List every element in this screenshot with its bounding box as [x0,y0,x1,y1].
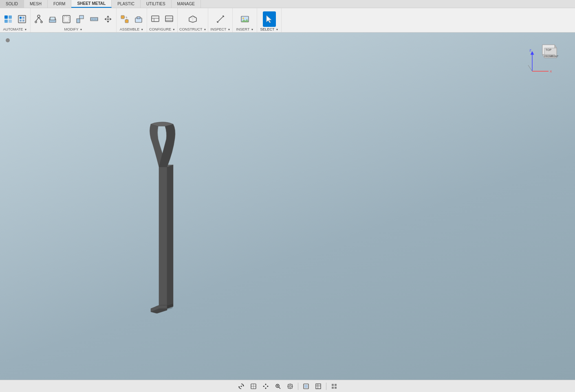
modify-label[interactable]: MODIFY ▼ [64,27,83,31]
section-automate: AUTOMATE ▼ [0,8,31,32]
toolbar: SOLID MESH FORM SHEET METAL PLASTIC UTIL… [0,0,575,33]
svg-point-10 [35,21,37,23]
assemble-btn1[interactable] [118,11,131,27]
assemble-dropdown-arrow: ▼ [141,28,143,31]
assemble-label[interactable]: ASSEMBLE ▼ [120,27,143,31]
tab-sheet-metal[interactable]: SHEET METAL [71,0,112,8]
bottom-toolbar [0,380,575,392]
inspect-btn1[interactable] [214,11,227,27]
svg-rect-2 [4,20,8,23]
modify-btn2[interactable] [46,11,59,27]
divider1 [298,383,298,390]
section-assemble: ASSEMBLE ▼ [117,8,147,32]
automate-btn1[interactable] [2,11,15,27]
viewport[interactable]: Z X TOP FRONT RIGHT [0,33,575,380]
svg-rect-35 [152,16,159,22]
svg-rect-97 [335,387,337,389]
svg-rect-96 [332,387,334,389]
orbit-tool[interactable] [236,381,247,391]
section-inspect: INSPECT ▼ [208,8,233,32]
layout-icon [17,14,27,24]
modify-btn1[interactable] [32,11,45,27]
construct-dropdown-arrow: ▼ [204,28,207,31]
svg-marker-75 [265,383,267,385]
tab-mesh[interactable]: MESH [24,0,48,8]
extrude-icon [48,14,57,24]
svg-rect-30 [125,20,128,23]
svg-point-71 [240,385,242,387]
assemble-icon [120,14,130,24]
svg-line-56 [528,65,532,71]
svg-text:X: X [550,70,552,73]
grid-icon [3,14,13,24]
svg-line-80 [279,387,280,389]
svg-marker-77 [263,385,264,387]
automate-dropdown-arrow: ▼ [24,28,27,31]
assemble-btn2[interactable] [132,11,145,27]
svg-marker-25 [107,21,109,23]
svg-marker-53 [267,15,271,23]
configure2-icon [164,14,174,24]
tab-form[interactable]: FORM [48,0,71,8]
automate-btn2[interactable] [15,11,29,27]
look-tool[interactable] [248,381,259,391]
configure1-icon [150,14,160,24]
configure-btn1[interactable] [149,11,162,27]
bend-icon [75,14,85,24]
branch-icon [34,14,44,24]
configure-icons [149,11,176,27]
svg-rect-19 [64,17,69,22]
zoom-tool[interactable] [273,381,283,391]
svg-marker-78 [267,385,269,387]
insert-label[interactable]: INSERT ▼ [236,27,254,31]
tab-plastic[interactable]: PLASTIC [112,0,141,8]
svg-rect-34 [137,17,140,19]
inspect-label[interactable]: INSPECT ▼ [210,27,230,31]
svg-rect-94 [332,384,334,386]
svg-rect-3 [9,20,12,23]
assemble-icons [118,11,145,27]
modify-btn6[interactable] [101,11,115,27]
select-icons [263,11,276,27]
select-btn1[interactable] [263,11,276,27]
construct-label[interactable]: CONSTRUCT ▼ [179,27,206,31]
pan-tool[interactable] [260,381,271,391]
svg-rect-7 [20,20,22,22]
svg-rect-29 [121,15,124,19]
construct-icons [186,11,199,27]
construct-btn1[interactable] [186,11,199,27]
svg-rect-91 [316,384,321,389]
svg-marker-27 [110,18,112,20]
modify-btn4[interactable] [74,11,87,27]
configure-label[interactable]: CONFIGURE ▼ [149,27,175,31]
svg-text:Z: Z [529,48,531,52]
history-marker[interactable] [6,38,10,42]
layout-grid-btn[interactable] [329,381,339,391]
insert-btn1[interactable] [238,11,251,27]
modify-btn5[interactable] [88,11,101,27]
insert-img-icon [240,14,250,24]
configure-btn2[interactable] [163,11,176,27]
automate-label[interactable]: AUTOMATE ▼ [3,27,27,31]
display-mode-btn[interactable] [301,381,311,391]
tab-utilities[interactable]: UTILITIES [141,0,172,8]
tab-solid[interactable]: SOLID [0,0,24,8]
modify-dropdown-arrow: ▼ [80,28,83,31]
svg-point-84 [289,385,291,387]
automate-icons [2,11,29,27]
select-label[interactable]: SELECT ▼ [260,27,278,31]
fit-tool[interactable] [285,381,295,391]
grid-display-btn[interactable] [313,381,324,391]
insert-dropdown-arrow: ▼ [251,28,253,31]
configure-dropdown-arrow: ▼ [172,28,175,31]
svg-text:TOP: TOP [546,48,552,51]
select-dropdown-arrow: ▼ [275,28,278,31]
3d-shape [134,85,216,313]
modify-btn3[interactable] [60,11,73,27]
svg-point-51 [242,18,244,19]
viewcube[interactable]: Z X TOP FRONT RIGHT [526,41,563,77]
tab-manage[interactable]: MANAGE [172,0,201,8]
section-configure: CONFIGURE ▼ [147,8,178,32]
svg-line-13 [39,18,42,21]
viewcube-svg: Z X TOP FRONT RIGHT [526,41,563,77]
